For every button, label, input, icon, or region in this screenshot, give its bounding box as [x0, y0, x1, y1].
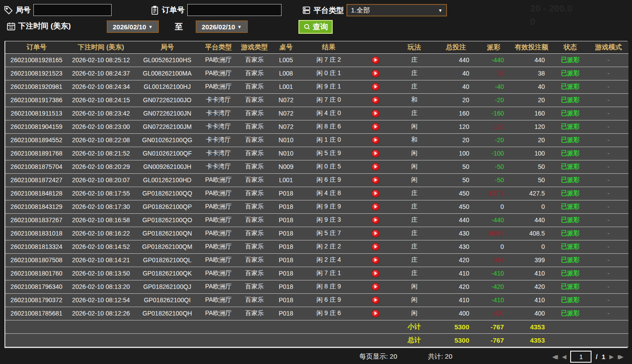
result-cell: 闲 7 庄 0 [300, 93, 358, 107]
replay-play-icon[interactable] [372, 283, 379, 291]
page-number-input[interactable]: 1 [570, 351, 592, 363]
status-cell: 已派彩 [552, 293, 588, 307]
result-cell: 闲 6 庄 9 [300, 173, 358, 187]
replay-play-icon[interactable] [372, 270, 379, 277]
replay-play-icon[interactable] [372, 243, 379, 251]
replay-play-icon[interactable] [372, 136, 379, 144]
mode-cell: - [588, 213, 628, 227]
date-from-select[interactable]: 2026/02/10 ▼ [107, 20, 159, 33]
platform-cell: PA欧洲厅 [200, 213, 237, 227]
subtotal-payout: -767 [476, 320, 511, 333]
play-type-cell: 庄 [393, 67, 435, 80]
replay-play-icon[interactable] [372, 123, 379, 131]
date-to-select[interactable]: 2026/02/10 ▼ [196, 20, 248, 33]
game-type-cell: 百家乐 [237, 280, 272, 293]
game-no-cell: GP018262100QP [134, 200, 200, 213]
order-no-cell: 260210081790372 [5, 293, 68, 307]
search-icon [303, 23, 311, 31]
chevron-down-icon: ▼ [149, 24, 153, 29]
valid-bet-cell: 399 [511, 253, 552, 267]
header-mode: 游戏模式 [588, 41, 628, 53]
payout-cell: 400 [476, 307, 511, 320]
play-type-cell: 庄 [393, 213, 435, 227]
result-cell: 闲 6 庄 9 [300, 293, 358, 307]
replay-play-icon[interactable] [372, 83, 379, 91]
game-no-input[interactable] [33, 4, 112, 16]
replay-play-icon[interactable] [372, 230, 379, 237]
header-total-bet: 总投注 [435, 41, 476, 53]
platform-cell: PA欧洲厅 [200, 293, 237, 307]
first-page-icon[interactable]: ◀◀ [552, 353, 558, 360]
payout-cell: 0 [476, 240, 511, 253]
table-row: 2602100818917682026-02-10 08:21:52GN0102… [5, 147, 628, 160]
replay-play-icon[interactable] [372, 256, 379, 264]
replay-play-icon[interactable] [372, 56, 379, 64]
result-cell: 闲 9 庄 6 [300, 307, 358, 320]
platform-cell: 卡卡湾厅 [200, 133, 237, 147]
replay-cell [358, 120, 393, 133]
search-button[interactable]: 查询 [298, 20, 333, 34]
game-type-cell: 百家乐 [237, 213, 272, 227]
replay-cell [358, 267, 393, 280]
platform-cell: 卡卡湾厅 [200, 160, 237, 173]
valid-bet-cell: 20 [511, 133, 552, 147]
status-cell: 已派彩 [552, 267, 588, 280]
replay-play-icon[interactable] [372, 163, 379, 171]
table-no-cell: P018 [272, 253, 300, 267]
game-type-cell: 百家乐 [237, 160, 272, 173]
order-no-cell: 260210081831018 [5, 227, 68, 240]
platform-cell: PA欧洲厅 [200, 227, 237, 240]
game-no-cell: GP018262100QN [134, 227, 200, 240]
mode-cell: - [588, 160, 628, 173]
order-no-input[interactable] [187, 4, 282, 16]
header-platform: 平台类型 [200, 41, 237, 53]
result-cell: 闲 5 庄 9 [300, 147, 358, 160]
game-no-label: 局号 [16, 5, 31, 15]
chevron-down-icon: ▼ [438, 8, 443, 13]
status-cell: 已派彩 [552, 173, 588, 187]
replay-play-icon[interactable] [372, 96, 379, 104]
replay-play-icon[interactable] [372, 70, 379, 77]
total-bet-cell: 40 [435, 67, 476, 80]
play-type-cell: 闲 [393, 307, 435, 320]
replay-play-icon[interactable] [372, 110, 379, 117]
mode-cell: - [588, 293, 628, 307]
replay-play-icon[interactable] [372, 176, 379, 184]
order-no-cell: 260210081917386 [5, 93, 68, 107]
replay-cell [358, 253, 393, 267]
next-page-icon[interactable]: ▶ [609, 353, 614, 360]
bet-time-cell: 2026-02-10 08:22:08 [68, 133, 134, 147]
table-no-cell: L001 [272, 80, 300, 93]
replay-cell [358, 107, 393, 120]
prev-page-icon[interactable]: ◀ [562, 353, 566, 360]
replay-play-icon[interactable] [372, 190, 379, 197]
mode-cell: - [588, 280, 628, 293]
game-type-cell: 百家乐 [237, 173, 272, 187]
game-no-cell: GL008262100MA [134, 67, 200, 80]
game-no-cell: GP018262100QQ [134, 187, 200, 200]
platform-selected-value: 1.全部 [351, 6, 370, 15]
play-type-cell: 和 [393, 133, 435, 147]
table-row: 2602100818017602026-02-10 08:13:50GP0182… [5, 267, 628, 280]
mode-cell: - [588, 93, 628, 107]
total-bet-cell: 450 [435, 187, 476, 200]
replay-play-icon[interactable] [372, 203, 379, 211]
result-cell: 闲 4 庄 0 [300, 107, 358, 120]
bet-history-table: 订单号 下注时间 (美东) 局号 平台类型 游戏类型 桌号 结果 玩法 总投注 … [4, 41, 628, 348]
game-type-cell: 百家乐 [237, 307, 272, 320]
replay-play-icon[interactable] [372, 296, 379, 304]
status-cell: 已派彩 [552, 93, 588, 107]
play-type-cell: 闲 [393, 120, 435, 133]
payout-cell: -50 [476, 160, 511, 173]
last-page-icon[interactable]: ▶▶ [618, 353, 620, 360]
platform-select[interactable]: 1.全部 ▼ [346, 4, 447, 16]
game-no-cell: GL001262100HJ [134, 80, 200, 93]
game-no-cell: GP018262100QJ [134, 280, 200, 293]
replay-cell [358, 133, 393, 147]
play-type-cell: 闲 [393, 173, 435, 187]
replay-play-icon[interactable] [372, 216, 379, 224]
replay-play-icon[interactable] [372, 310, 379, 317]
order-no-group: 订单号 [150, 4, 282, 16]
replay-play-icon[interactable] [372, 150, 379, 157]
game-no-group: 局号 [4, 4, 112, 16]
